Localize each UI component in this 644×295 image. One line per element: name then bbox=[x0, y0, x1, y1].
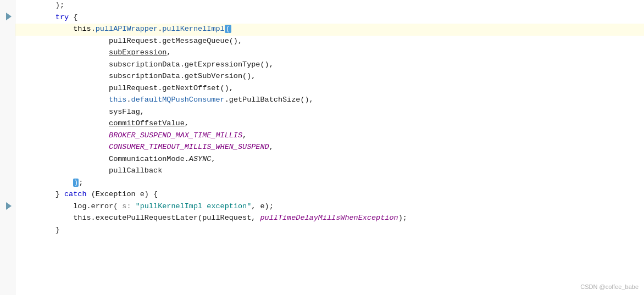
code-text: log.error( s: "pullKernelImpl exception"… bbox=[20, 201, 274, 213]
watermark: CSDN @coffee_babe bbox=[580, 282, 639, 292]
code-text: ); bbox=[20, 0, 64, 12]
code-text: this.executePullRequestLater(pullRequest… bbox=[20, 213, 407, 224]
gutter bbox=[0, 0, 15, 295]
code-line: try { bbox=[15, 12, 644, 24]
code-text: pullRequest.getNextOffset(), bbox=[20, 83, 234, 94]
code-text: ); bbox=[20, 177, 83, 189]
code-line: BROKER_SUSPEND_MAX_TIME_MILLIS, bbox=[15, 130, 644, 142]
code-text: subscriptionData.getSubVersion(), bbox=[20, 71, 256, 82]
code-text: } bbox=[20, 225, 60, 236]
code-line: } catch (Exception e) { bbox=[15, 189, 644, 201]
code-text: this.defaultMQPushConsumer.getPullBatchS… bbox=[20, 94, 314, 106]
breakpoint-marker-2 bbox=[5, 202, 13, 210]
code-line: pullRequest.getMessageQueue(), bbox=[15, 36, 644, 48]
code-text: pullRequest.getMessageQueue(), bbox=[20, 36, 242, 47]
code-text: CommunicationMode.ASYNC, bbox=[20, 154, 215, 165]
code-line: } bbox=[15, 225, 644, 237]
code-line: subExpression, bbox=[15, 47, 644, 59]
breakpoint-marker-1 bbox=[5, 13, 13, 20]
code-text: } catch (Exception e) { bbox=[20, 189, 158, 201]
code-text: sysFlag, bbox=[20, 107, 145, 118]
code-text: BROKER_SUSPEND_MAX_TIME_MILLIS, bbox=[20, 130, 247, 142]
code-text: subExpression, bbox=[20, 47, 171, 59]
code-viewer: ); try { this.pullAPIWrapper.pullKernelI… bbox=[0, 0, 644, 295]
code-text: this.pullAPIWrapper.pullKernelImpl( bbox=[20, 24, 231, 35]
code-text: try { bbox=[20, 12, 77, 24]
code-line: CommunicationMode.ASYNC, bbox=[15, 154, 644, 166]
code-text: subscriptionData.getExpressionType(), bbox=[20, 59, 274, 71]
code-line: CONSUMER_TIMEOUT_MILLIS_WHEN_SUSPEND, bbox=[15, 142, 644, 154]
code-line: subscriptionData.getExpressionType(), bbox=[15, 59, 644, 71]
code-text: pullCallback bbox=[20, 165, 162, 177]
code-line: ); bbox=[15, 0, 644, 12]
code-area: ); try { this.pullAPIWrapper.pullKernelI… bbox=[15, 0, 644, 295]
code-line: this.executePullRequestLater(pullRequest… bbox=[15, 213, 644, 225]
code-text: CONSUMER_TIMEOUT_MILLIS_WHEN_SUSPEND, bbox=[20, 142, 274, 153]
code-line: this.defaultMQPushConsumer.getPullBatchS… bbox=[15, 94, 644, 107]
code-line: log.error( s: "pullKernelImpl exception"… bbox=[15, 201, 644, 213]
code-line-highlighted: this.pullAPIWrapper.pullKernelImpl( bbox=[15, 24, 644, 36]
code-line: pullRequest.getNextOffset(), bbox=[15, 83, 644, 95]
code-line: sysFlag, bbox=[15, 107, 644, 119]
code-line: commitOffsetValue, bbox=[15, 118, 644, 130]
code-line: pullCallback bbox=[15, 165, 644, 177]
code-text: commitOffsetValue, bbox=[20, 118, 189, 130]
code-line: subscriptionData.getSubVersion(), bbox=[15, 71, 644, 83]
code-line: ); bbox=[15, 177, 644, 190]
